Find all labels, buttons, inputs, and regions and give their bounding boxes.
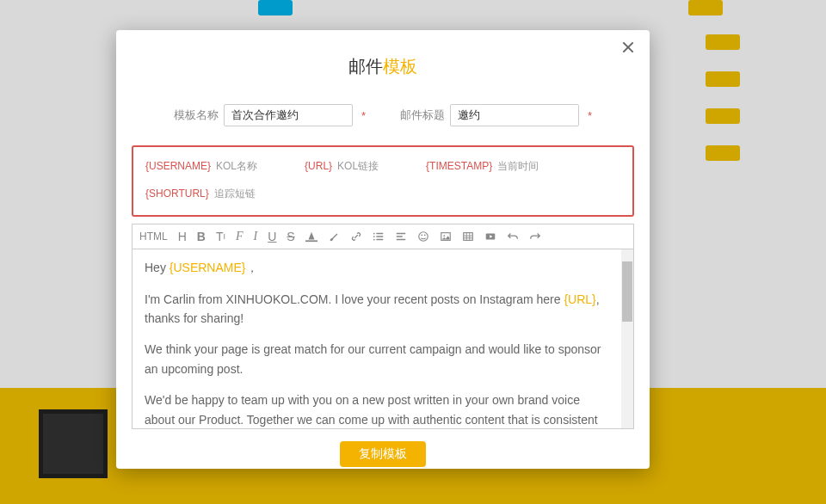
email-subject-input[interactable] <box>450 104 579 126</box>
underline-button[interactable]: U <box>268 230 276 243</box>
font-family-button[interactable]: F <box>236 230 243 243</box>
modal-title-prefix: 邮件 <box>348 57 383 76</box>
required-mark: * <box>588 109 592 122</box>
url-token: {URL} <box>564 292 595 306</box>
font-size-button[interactable]: TI <box>216 230 225 243</box>
color-button[interactable] <box>305 230 317 243</box>
italic-button[interactable]: I <box>254 230 258 243</box>
editor-toolbar: HTML H B TI F I U S <box>132 224 634 249</box>
emoji-button[interactable] <box>417 230 429 243</box>
copy-template-button[interactable]: 复制模板 <box>340 441 426 467</box>
scrollbar-thumb[interactable] <box>622 261 632 322</box>
html-source-button[interactable]: HTML <box>139 230 168 243</box>
template-name-input[interactable] <box>224 104 353 126</box>
modal-footer: 复制模板 <box>132 441 634 467</box>
modal-title: 邮件模板 <box>132 55 634 78</box>
image-button[interactable] <box>440 230 452 243</box>
svg-point-5 <box>421 235 422 237</box>
editor-scrollbar[interactable] <box>621 249 633 428</box>
undo-button[interactable] <box>507 230 519 243</box>
username-token: {USERNAME} <box>170 261 246 274</box>
list-button[interactable] <box>373 230 385 243</box>
email-template-modal: 邮件模板 模板名称 * 邮件标题 * {USERNAME} KOL名称 {URL… <box>116 30 650 469</box>
template-name-field: 模板名称 * <box>174 104 366 126</box>
redo-button[interactable] <box>529 230 541 243</box>
video-button[interactable] <box>484 230 496 243</box>
table-button[interactable] <box>462 230 474 243</box>
variable-url[interactable]: {URL} KOL链接 <box>305 157 379 176</box>
email-subject-field: 邮件标题 * <box>400 104 592 126</box>
variable-shorturl[interactable]: {SHORTURL} 追踪短链 <box>145 185 256 204</box>
svg-point-1 <box>373 233 375 235</box>
email-subject-label: 邮件标题 <box>400 108 445 123</box>
template-name-label: 模板名称 <box>174 108 219 123</box>
svg-point-6 <box>424 235 426 237</box>
variable-timestamp[interactable]: {TIMESTAMP} 当前时间 <box>426 157 539 185</box>
svg-rect-0 <box>305 241 317 243</box>
variable-username[interactable]: {USERNAME} KOL名称 <box>145 157 257 176</box>
required-mark: * <box>361 109 366 122</box>
variable-reference-box: {USERNAME} KOL名称 {URL} KOL链接 {TIMESTAMP}… <box>132 145 634 217</box>
heading-button[interactable]: H <box>178 230 187 243</box>
close-icon[interactable] <box>620 40 636 56</box>
svg-point-4 <box>418 232 428 242</box>
link-button[interactable] <box>350 230 362 243</box>
form-row: 模板名称 * 邮件标题 * <box>132 104 634 126</box>
greeting-text: Hey <box>145 261 170 274</box>
strikethrough-button[interactable]: S <box>287 230 294 243</box>
bold-button[interactable]: B <box>197 230 206 243</box>
svg-rect-9 <box>463 233 472 241</box>
email-editor[interactable]: Hey {USERNAME}， I'm Carlin from XINHUOKO… <box>133 249 621 428</box>
svg-point-2 <box>373 236 375 237</box>
align-button[interactable] <box>395 230 407 243</box>
brush-button[interactable] <box>328 230 340 243</box>
svg-point-3 <box>373 239 375 241</box>
svg-point-8 <box>443 235 445 237</box>
modal-title-accent: 模板 <box>383 57 417 76</box>
